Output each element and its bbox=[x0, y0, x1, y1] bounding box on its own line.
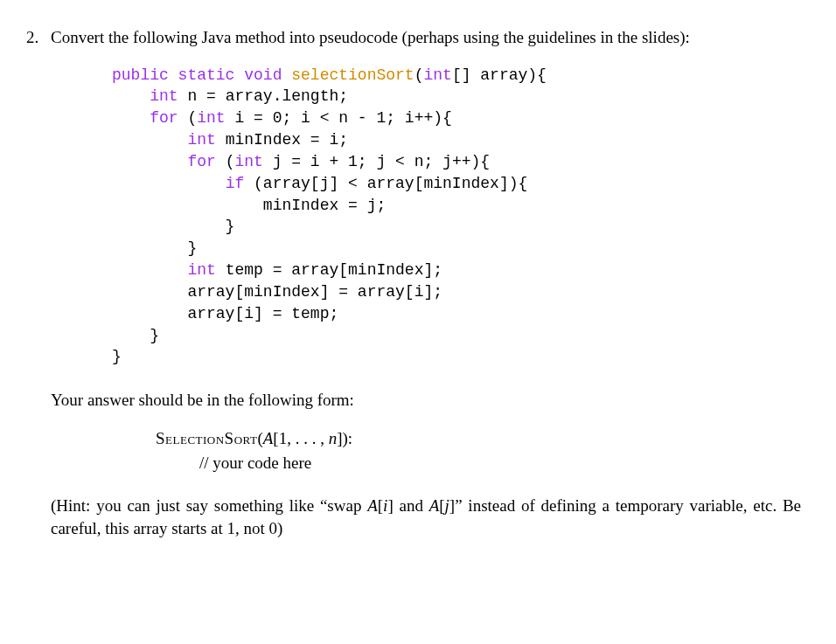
code-ty: int bbox=[187, 131, 215, 149]
code-pad bbox=[112, 131, 187, 149]
question-text: Convert the following Java method into p… bbox=[51, 26, 801, 49]
code-fn: selectionSort bbox=[282, 66, 414, 84]
code-pad bbox=[112, 87, 150, 105]
code-text: n = array.length; bbox=[178, 87, 348, 105]
code-text: } bbox=[112, 327, 159, 344]
code-pad bbox=[112, 261, 187, 279]
pseudo-comment: // your code here bbox=[199, 452, 801, 475]
hint-part: (Hint: you can just say something like “… bbox=[51, 496, 367, 515]
pseudo-signature: SelectionSort(A[1, . . . , n]): bbox=[156, 427, 801, 451]
pseudo-arg-n: n bbox=[329, 429, 338, 447]
pseudo-args-close: ]): bbox=[337, 429, 352, 447]
code-ty: int bbox=[150, 87, 178, 105]
problem-number: 2. bbox=[26, 26, 51, 49]
hint-text: (Hint: you can just say something like “… bbox=[51, 495, 801, 539]
code-pad bbox=[112, 153, 187, 170]
code-text: ( bbox=[178, 109, 198, 127]
code-block: public static void selectionSort(int[] a… bbox=[112, 65, 801, 369]
code-ty: int bbox=[423, 66, 451, 84]
code-text: ( bbox=[216, 153, 235, 170]
code-text: j = i + 1; j < n; j++){ bbox=[263, 153, 490, 170]
pseudo-block: SelectionSort(A[1, . . . , n]): // your … bbox=[156, 427, 801, 475]
code-kw: if bbox=[226, 175, 245, 192]
code-text: [] array){ bbox=[452, 66, 547, 84]
answer-form-intro: Your answer should be in the following f… bbox=[51, 389, 801, 412]
pseudo-arg-A: A bbox=[263, 429, 274, 447]
hint-part: and bbox=[394, 496, 429, 515]
code-text: temp = array[minIndex]; bbox=[216, 261, 442, 279]
code-text: array[i] = temp; bbox=[112, 305, 338, 322]
problem: 2. Convert the following Java method int… bbox=[26, 26, 801, 539]
code-text: minIndex = i; bbox=[216, 131, 348, 149]
hint-A: A bbox=[429, 496, 440, 515]
code-kw: for bbox=[150, 109, 178, 127]
problem-body: Convert the following Java method into p… bbox=[51, 26, 801, 539]
code-ty: int bbox=[197, 109, 225, 127]
code-text: } bbox=[112, 218, 234, 235]
pseudo-args-mid: [1, . . . , bbox=[273, 429, 328, 447]
code-text: } bbox=[112, 239, 197, 257]
code-kw: public static void bbox=[112, 66, 282, 84]
code-ty: int bbox=[187, 261, 215, 279]
code-text: array[minIndex] = array[i]; bbox=[112, 283, 442, 301]
code-kw: for bbox=[187, 153, 215, 170]
code-ty: int bbox=[234, 153, 262, 170]
code-text: } bbox=[112, 348, 122, 365]
code-text: i = 0; i < n - 1; i++){ bbox=[226, 109, 452, 127]
code-pad bbox=[112, 175, 226, 192]
hint-A: A bbox=[367, 496, 378, 515]
code-text: ( bbox=[415, 66, 424, 84]
code-text: minIndex = j; bbox=[112, 197, 386, 214]
code-pad bbox=[112, 109, 150, 127]
code-text: (array[j] < array[minIndex]){ bbox=[244, 175, 527, 192]
pseudo-name: SelectionSort bbox=[156, 429, 257, 447]
